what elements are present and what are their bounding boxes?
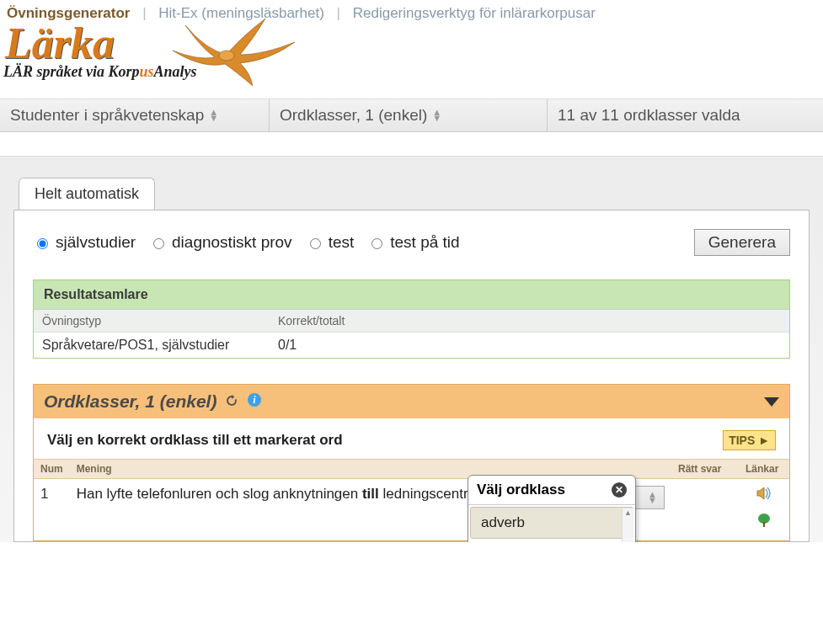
sentence-target-word: till bbox=[362, 486, 379, 502]
results-col-score: Korrekt/totalt bbox=[270, 310, 789, 333]
results-row: Språkvetare/POS1, självstudier 0/1 bbox=[34, 333, 789, 359]
row-answer bbox=[671, 479, 739, 540]
work-area: Helt automatisk självstudier diagnostisk… bbox=[0, 156, 823, 542]
popup-body: adverb substantiv pronomen preposition s… bbox=[468, 507, 635, 542]
results-cell-score: 0/1 bbox=[270, 333, 789, 359]
col-sentence: Mening bbox=[70, 460, 515, 479]
row-sentence: Han lyfte telefonluren och slog anknytni… bbox=[70, 479, 515, 540]
selection-status-label: 11 av 11 ordklasser valda bbox=[558, 106, 740, 125]
tab-bar: Helt automatisk bbox=[13, 173, 810, 210]
col-answer: Rätt svar bbox=[671, 460, 739, 479]
collapse-icon[interactable] bbox=[764, 397, 779, 407]
results-table: Övningstyp Korrekt/totalt Språkvetare/PO… bbox=[34, 309, 789, 358]
row-num: 1 bbox=[34, 479, 70, 540]
exercise-set-label: Ordklasser, 1 (enkel) bbox=[280, 106, 427, 125]
mode-radio-sjalvstudier[interactable] bbox=[37, 238, 48, 249]
results-col-type: Övningstyp bbox=[34, 310, 270, 333]
popup-scrollbar[interactable]: ▲ bbox=[622, 508, 633, 542]
col-num: Num bbox=[34, 460, 70, 479]
brand-name: Lärka bbox=[0, 19, 823, 68]
ordklass-popup: Välj ordklass ✕ adverb substantiv pronom… bbox=[468, 475, 636, 542]
sort-icon: ▲▼ bbox=[432, 109, 441, 121]
exercise-title: Ordklasser, 1 (enkel) bbox=[44, 391, 216, 412]
selector-bar: Studenter i språkvetenskap ▲▼ Ordklasser… bbox=[0, 98, 823, 132]
exercise-instruction: Välj en korrekt ordklass till ett marker… bbox=[47, 432, 343, 449]
popup-option-substantiv[interactable]: substantiv bbox=[468, 540, 635, 542]
tagline-mid: us bbox=[140, 63, 154, 80]
mode-sjalvstudier[interactable]: självstudier bbox=[33, 233, 136, 252]
exercise-set-select[interactable]: Ordklasser, 1 (enkel) ▲▼ bbox=[270, 99, 548, 131]
audience-select[interactable]: Studenter i språkvetenskap ▲▼ bbox=[0, 99, 270, 131]
popup-header: Välj ordklass ✕ bbox=[468, 476, 635, 505]
tips-button[interactable]: TIPS ► bbox=[723, 430, 776, 450]
close-icon[interactable]: ✕ bbox=[612, 482, 627, 498]
exercise-header: Ordklasser, 1 (enkel) i bbox=[34, 385, 789, 418]
audience-label: Studenter i språkvetenskap bbox=[10, 106, 204, 125]
col-links: Länkar bbox=[739, 460, 789, 479]
svg-rect-4 bbox=[763, 522, 765, 527]
mode-test-tid[interactable]: test på tid bbox=[367, 233, 459, 252]
generate-button[interactable]: Generera bbox=[694, 229, 790, 256]
mode-row: självstudier diagnostiskt prov test test… bbox=[33, 229, 790, 256]
info-icon[interactable]: i bbox=[247, 391, 262, 412]
popup-title: Välj ordklass bbox=[477, 482, 565, 498]
mode-label: självstudier bbox=[56, 233, 136, 252]
exercise-instruction-row: Välj en korrekt ordklass till ett marker… bbox=[34, 418, 789, 459]
mode-radio-test-tid[interactable] bbox=[371, 238, 382, 249]
mode-label: diagnostiskt prov bbox=[172, 233, 292, 252]
main-panel: självstudier diagnostiskt prov test test… bbox=[13, 210, 810, 542]
refresh-icon[interactable] bbox=[225, 391, 238, 412]
selection-status-select[interactable]: 11 av 11 ordklasser valda bbox=[548, 99, 823, 131]
speaker-icon[interactable] bbox=[756, 486, 772, 505]
mode-radio-diagnostiskt[interactable] bbox=[153, 238, 164, 249]
bird-logo-icon bbox=[156, 8, 299, 97]
sentence-pre: Han lyfte telefonluren och slog anknytni… bbox=[77, 486, 362, 502]
tagline-prefix: LÄR språket via Korp bbox=[3, 63, 140, 80]
results-title: Resultatsamlare bbox=[34, 280, 789, 309]
results-box: Resultatsamlare Övningstyp Korrekt/total… bbox=[33, 279, 790, 359]
mode-diagnostiskt[interactable]: diagnostiskt prov bbox=[149, 233, 292, 252]
tab-auto[interactable]: Helt automatisk bbox=[19, 178, 155, 210]
brand-tagline: LÄR språket via KorpusAnalys bbox=[0, 63, 823, 81]
brand-area: Lärka LÄR språket via KorpusAnalys bbox=[0, 19, 823, 98]
exercise-block: Ordklasser, 1 (enkel) i Välj en korrekt … bbox=[33, 384, 790, 541]
mode-label: test bbox=[329, 233, 355, 252]
svg-point-0 bbox=[219, 51, 234, 61]
sort-icon: ▲▼ bbox=[209, 109, 218, 121]
sort-icon: ▲▼ bbox=[648, 492, 657, 503]
exercise-table: Num Mening Rätt svar Länkar 1 Han lyfte … bbox=[34, 459, 789, 540]
mode-test[interactable]: test bbox=[306, 233, 355, 252]
mode-radio-test[interactable] bbox=[310, 238, 321, 249]
results-cell-type: Språkvetare/POS1, självstudier bbox=[34, 333, 270, 359]
popup-option-adverb[interactable]: adverb bbox=[470, 507, 633, 539]
tree-icon[interactable] bbox=[756, 512, 772, 533]
exercise-row: 1 Han lyfte telefonluren och slog anknyt… bbox=[34, 479, 789, 540]
row-links bbox=[739, 479, 789, 540]
scroll-up-icon[interactable]: ▲ bbox=[623, 508, 633, 517]
mode-label: test på tid bbox=[390, 233, 459, 252]
